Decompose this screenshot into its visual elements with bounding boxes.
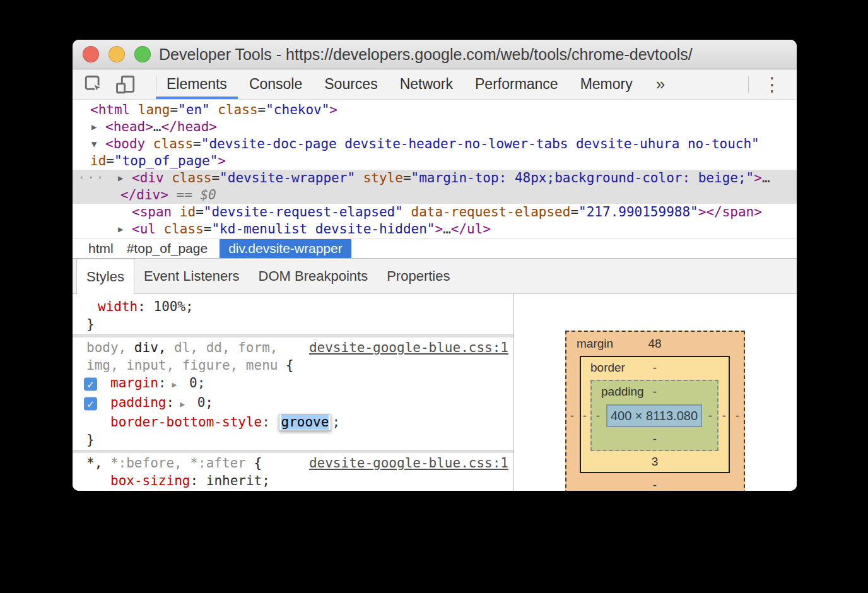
code-token: class bbox=[153, 136, 193, 151]
sidebar-tab-styles[interactable]: Styles bbox=[76, 259, 134, 294]
code-token: "chekov" bbox=[266, 102, 329, 117]
style-rule: *, *:before, *:after {devsite-google-blu… bbox=[73, 454, 513, 490]
style-declaration[interactable]: width: 100%; bbox=[73, 298, 513, 315]
code-token: … bbox=[443, 221, 451, 237]
code-token: $0 bbox=[200, 187, 216, 203]
padding-left-value[interactable]: - bbox=[596, 409, 600, 423]
styles-pane: width: 100%;}body, div, dl, dd, form, im… bbox=[73, 294, 514, 491]
semicolon: ; bbox=[332, 414, 340, 430]
box-model-content-box[interactable]: 400 × 8113.080 bbox=[606, 404, 702, 427]
crumb-div-devsite-wrapper[interactable]: div.devsite-wrapper bbox=[220, 239, 351, 258]
sidebar-tab-properties[interactable]: Properties bbox=[377, 259, 459, 294]
padding-bottom-value[interactable]: - bbox=[653, 432, 657, 446]
colon: : bbox=[167, 395, 175, 410]
expand-value-icon[interactable]: ▶ bbox=[172, 380, 177, 389]
overflow-menu-icon[interactable]: ⋮ bbox=[763, 75, 782, 94]
elements-tree-pane: <html lang="en" class="chekov">▶<head>…<… bbox=[73, 100, 797, 238]
tree-row[interactable]: ▶<head>…</head> bbox=[73, 119, 797, 136]
border-bottom-value[interactable]: 3 bbox=[652, 455, 659, 469]
rule-selector[interactable]: *, *:before, *:after { bbox=[86, 454, 262, 472]
property-name: margin bbox=[110, 375, 158, 390]
style-rule: width: 100%;} bbox=[73, 298, 513, 333]
style-declaration[interactable]: box-sizing: inherit; bbox=[73, 472, 513, 490]
tab-sources[interactable]: Sources bbox=[324, 69, 377, 99]
crumb-html[interactable]: html bbox=[87, 239, 115, 258]
colon: : bbox=[138, 299, 153, 314]
margin-left-value[interactable]: - bbox=[570, 409, 574, 423]
code-token: "devsite-doc-page devsite-header-no-lowe… bbox=[201, 136, 760, 151]
close-brace: } bbox=[73, 431, 513, 449]
stylesheet-link[interactable]: devsite-google-blue.css:1 bbox=[309, 339, 508, 356]
border-left-value[interactable]: - bbox=[583, 409, 587, 423]
twisty-icon[interactable]: ▼ bbox=[91, 136, 97, 153]
code-token bbox=[210, 102, 218, 117]
crumb--top-of-page[interactable]: #top_of_page bbox=[126, 239, 209, 258]
window-titlebar[interactable]: Developer Tools - https://developers.goo… bbox=[73, 40, 797, 69]
value-edit-field[interactable]: groove bbox=[279, 414, 332, 431]
margin-bottom-value[interactable]: - bbox=[653, 478, 657, 491]
margin-top-value[interactable]: 48 bbox=[648, 337, 661, 351]
code-token: id bbox=[180, 204, 196, 220]
twisty-icon[interactable]: ▶ bbox=[118, 221, 123, 238]
sidebar-tab-dom-breakpoints[interactable]: DOM Breakpoints bbox=[249, 259, 378, 294]
property-checkbox[interactable]: ✓ bbox=[84, 377, 97, 390]
sidebar-tab-event-listeners[interactable]: Event Listeners bbox=[134, 259, 249, 294]
more-panels-chevron[interactable]: » bbox=[656, 74, 665, 94]
box-model-diagram[interactable]: 400 × 8113.080 margin 48 border - paddin… bbox=[565, 331, 745, 491]
code-token: class bbox=[218, 102, 257, 117]
property-name: box-sizing bbox=[110, 473, 190, 488]
inspect-element-icon[interactable] bbox=[83, 73, 105, 96]
border-top-value[interactable]: - bbox=[653, 361, 657, 375]
code-line: </div> == $0 bbox=[73, 187, 797, 204]
device-toolbar-icon[interactable] bbox=[114, 73, 137, 96]
selector-segment: { bbox=[254, 455, 262, 471]
tab-performance[interactable]: Performance bbox=[475, 69, 558, 99]
expand-value-icon[interactable]: ▶ bbox=[180, 399, 185, 409]
twisty-icon[interactable]: ▶ bbox=[91, 119, 97, 136]
tree-row[interactable]: ▶<ul class="kd-menulist devsite-hidden">… bbox=[73, 221, 797, 238]
code-token: "217.990159988" bbox=[578, 204, 698, 220]
style-declaration[interactable]: ✓margin:▶ 0; bbox=[73, 374, 513, 394]
property-checkbox[interactable]: ✓ bbox=[84, 397, 97, 410]
code-line: <html lang="en" class="chekov"> bbox=[73, 102, 797, 119]
zoom-window-button[interactable] bbox=[134, 46, 151, 62]
stylesheet-link[interactable]: devsite-google-blue.css:1 bbox=[309, 454, 508, 472]
selector-segment: body, bbox=[86, 340, 134, 355]
border-right-value[interactable]: - bbox=[722, 409, 726, 423]
minimize-window-button[interactable] bbox=[108, 46, 125, 62]
padding-top-value[interactable]: - bbox=[653, 385, 657, 399]
margin-right-value[interactable]: - bbox=[736, 409, 739, 423]
margin-label: margin bbox=[577, 337, 613, 351]
padding-label: padding bbox=[601, 385, 644, 399]
code-token: class bbox=[164, 221, 204, 237]
border-label: border bbox=[590, 361, 625, 375]
tree-row[interactable]: <span id="devsite-request-elapsed" data-… bbox=[73, 204, 797, 221]
tab-elements[interactable]: Elements bbox=[167, 69, 227, 99]
rule-selector[interactable]: body, div, dl, dd, form, img, input, fig… bbox=[86, 339, 308, 374]
code-token: = bbox=[258, 102, 266, 117]
tab-memory[interactable]: Memory bbox=[580, 69, 633, 99]
selector-segment: div, bbox=[134, 340, 167, 355]
property-name: padding bbox=[110, 395, 167, 410]
twisty-icon[interactable]: ▶ bbox=[118, 170, 123, 187]
code-token: <head> bbox=[105, 119, 153, 134]
tab-network[interactable]: Network bbox=[400, 69, 453, 99]
tree-row[interactable]: <html lang="en" class="chekov"> bbox=[73, 102, 797, 119]
tab-console[interactable]: Console bbox=[249, 69, 302, 99]
padding-right-value[interactable]: - bbox=[708, 409, 712, 423]
tree-row[interactable]: ···▶<div class="devsite-wrapper" style="… bbox=[73, 170, 797, 204]
tree-row[interactable]: ▼<body class="devsite-doc-page devsite-h… bbox=[73, 136, 797, 170]
code-token: "margin-top: 48px;background-color: beig… bbox=[411, 170, 754, 185]
selected-text: groove bbox=[281, 414, 329, 430]
window-title: Developer Tools - https://developers.goo… bbox=[159, 40, 693, 69]
devtools-toolbar: ElementsConsoleSourcesNetworkPerformance… bbox=[73, 69, 797, 100]
style-declaration[interactable]: ✓padding:▶ 0; bbox=[73, 394, 513, 413]
property-value: 0; bbox=[189, 395, 213, 410]
code-token: … bbox=[762, 170, 770, 185]
close-window-button[interactable] bbox=[83, 46, 99, 62]
code-token: <div bbox=[132, 170, 172, 185]
breadcrumb-bar: html#top_of_pagediv.devsite-wrapper bbox=[73, 238, 797, 259]
style-declaration[interactable]: border-bottom-style: groove; bbox=[73, 413, 513, 431]
style-rule: body, div, dl, dd, form, img, input, fig… bbox=[73, 339, 513, 449]
code-line: ▶<div class="devsite-wrapper" style="mar… bbox=[73, 170, 797, 187]
